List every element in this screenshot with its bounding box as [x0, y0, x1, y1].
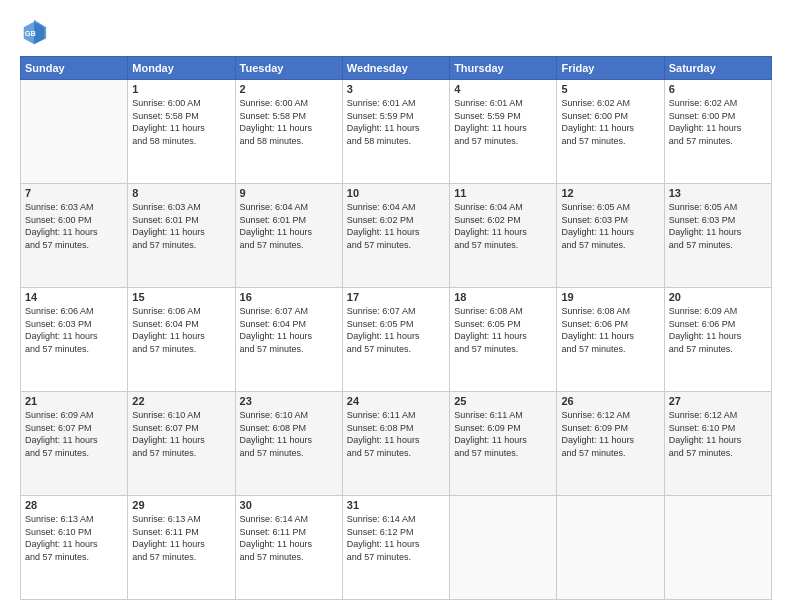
- weekday-header: Thursday: [450, 57, 557, 80]
- day-info: Sunrise: 6:13 AMSunset: 6:10 PMDaylight:…: [25, 513, 123, 563]
- calendar-cell: 14Sunrise: 6:06 AMSunset: 6:03 PMDayligh…: [21, 288, 128, 392]
- header: GB: [20, 18, 772, 46]
- logo-icon: GB: [20, 18, 48, 46]
- day-info: Sunrise: 6:01 AMSunset: 5:59 PMDaylight:…: [347, 97, 445, 147]
- calendar-table: SundayMondayTuesdayWednesdayThursdayFrid…: [20, 56, 772, 600]
- weekday-header: Wednesday: [342, 57, 449, 80]
- day-number: 4: [454, 83, 552, 95]
- calendar-cell: 18Sunrise: 6:08 AMSunset: 6:05 PMDayligh…: [450, 288, 557, 392]
- day-info: Sunrise: 6:13 AMSunset: 6:11 PMDaylight:…: [132, 513, 230, 563]
- calendar-cell: 10Sunrise: 6:04 AMSunset: 6:02 PMDayligh…: [342, 184, 449, 288]
- calendar-cell: [557, 496, 664, 600]
- calendar-cell: 12Sunrise: 6:05 AMSunset: 6:03 PMDayligh…: [557, 184, 664, 288]
- day-number: 19: [561, 291, 659, 303]
- calendar-cell: 25Sunrise: 6:11 AMSunset: 6:09 PMDayligh…: [450, 392, 557, 496]
- page: GB SundayMondayTuesdayWednesdayThursdayF…: [0, 0, 792, 612]
- calendar-cell: 16Sunrise: 6:07 AMSunset: 6:04 PMDayligh…: [235, 288, 342, 392]
- day-info: Sunrise: 6:06 AMSunset: 6:03 PMDaylight:…: [25, 305, 123, 355]
- day-info: Sunrise: 6:01 AMSunset: 5:59 PMDaylight:…: [454, 97, 552, 147]
- calendar-cell: 11Sunrise: 6:04 AMSunset: 6:02 PMDayligh…: [450, 184, 557, 288]
- day-info: Sunrise: 6:12 AMSunset: 6:10 PMDaylight:…: [669, 409, 767, 459]
- calendar-cell: 26Sunrise: 6:12 AMSunset: 6:09 PMDayligh…: [557, 392, 664, 496]
- calendar-cell: 7Sunrise: 6:03 AMSunset: 6:00 PMDaylight…: [21, 184, 128, 288]
- day-number: 1: [132, 83, 230, 95]
- day-info: Sunrise: 6:00 AMSunset: 5:58 PMDaylight:…: [240, 97, 338, 147]
- day-number: 6: [669, 83, 767, 95]
- day-info: Sunrise: 6:06 AMSunset: 6:04 PMDaylight:…: [132, 305, 230, 355]
- day-number: 14: [25, 291, 123, 303]
- day-number: 11: [454, 187, 552, 199]
- day-info: Sunrise: 6:11 AMSunset: 6:08 PMDaylight:…: [347, 409, 445, 459]
- day-info: Sunrise: 6:07 AMSunset: 6:04 PMDaylight:…: [240, 305, 338, 355]
- day-info: Sunrise: 6:11 AMSunset: 6:09 PMDaylight:…: [454, 409, 552, 459]
- day-number: 31: [347, 499, 445, 511]
- day-number: 9: [240, 187, 338, 199]
- day-info: Sunrise: 6:09 AMSunset: 6:07 PMDaylight:…: [25, 409, 123, 459]
- day-info: Sunrise: 6:00 AMSunset: 5:58 PMDaylight:…: [132, 97, 230, 147]
- day-number: 28: [25, 499, 123, 511]
- day-number: 25: [454, 395, 552, 407]
- day-info: Sunrise: 6:05 AMSunset: 6:03 PMDaylight:…: [561, 201, 659, 251]
- logo: GB: [20, 18, 52, 46]
- day-number: 22: [132, 395, 230, 407]
- weekday-header: Tuesday: [235, 57, 342, 80]
- calendar-cell: [664, 496, 771, 600]
- calendar-cell: 31Sunrise: 6:14 AMSunset: 6:12 PMDayligh…: [342, 496, 449, 600]
- day-info: Sunrise: 6:02 AMSunset: 6:00 PMDaylight:…: [669, 97, 767, 147]
- weekday-header: Sunday: [21, 57, 128, 80]
- day-number: 15: [132, 291, 230, 303]
- calendar-cell: [450, 496, 557, 600]
- day-number: 13: [669, 187, 767, 199]
- calendar-cell: 27Sunrise: 6:12 AMSunset: 6:10 PMDayligh…: [664, 392, 771, 496]
- day-info: Sunrise: 6:02 AMSunset: 6:00 PMDaylight:…: [561, 97, 659, 147]
- calendar-cell: 3Sunrise: 6:01 AMSunset: 5:59 PMDaylight…: [342, 80, 449, 184]
- calendar-cell: 23Sunrise: 6:10 AMSunset: 6:08 PMDayligh…: [235, 392, 342, 496]
- calendar-cell: 19Sunrise: 6:08 AMSunset: 6:06 PMDayligh…: [557, 288, 664, 392]
- day-number: 30: [240, 499, 338, 511]
- day-info: Sunrise: 6:04 AMSunset: 6:01 PMDaylight:…: [240, 201, 338, 251]
- day-info: Sunrise: 6:14 AMSunset: 6:11 PMDaylight:…: [240, 513, 338, 563]
- day-number: 16: [240, 291, 338, 303]
- day-info: Sunrise: 6:12 AMSunset: 6:09 PMDaylight:…: [561, 409, 659, 459]
- day-info: Sunrise: 6:10 AMSunset: 6:07 PMDaylight:…: [132, 409, 230, 459]
- weekday-header: Saturday: [664, 57, 771, 80]
- day-number: 23: [240, 395, 338, 407]
- weekday-header: Monday: [128, 57, 235, 80]
- calendar-cell: [21, 80, 128, 184]
- calendar-cell: 22Sunrise: 6:10 AMSunset: 6:07 PMDayligh…: [128, 392, 235, 496]
- day-number: 10: [347, 187, 445, 199]
- calendar-cell: 29Sunrise: 6:13 AMSunset: 6:11 PMDayligh…: [128, 496, 235, 600]
- calendar-cell: 9Sunrise: 6:04 AMSunset: 6:01 PMDaylight…: [235, 184, 342, 288]
- day-number: 27: [669, 395, 767, 407]
- day-number: 20: [669, 291, 767, 303]
- day-number: 29: [132, 499, 230, 511]
- day-info: Sunrise: 6:09 AMSunset: 6:06 PMDaylight:…: [669, 305, 767, 355]
- calendar-cell: 1Sunrise: 6:00 AMSunset: 5:58 PMDaylight…: [128, 80, 235, 184]
- day-info: Sunrise: 6:08 AMSunset: 6:06 PMDaylight:…: [561, 305, 659, 355]
- day-number: 21: [25, 395, 123, 407]
- day-info: Sunrise: 6:08 AMSunset: 6:05 PMDaylight:…: [454, 305, 552, 355]
- calendar-cell: 30Sunrise: 6:14 AMSunset: 6:11 PMDayligh…: [235, 496, 342, 600]
- svg-text:GB: GB: [25, 29, 37, 38]
- calendar-cell: 24Sunrise: 6:11 AMSunset: 6:08 PMDayligh…: [342, 392, 449, 496]
- day-info: Sunrise: 6:10 AMSunset: 6:08 PMDaylight:…: [240, 409, 338, 459]
- calendar-cell: 21Sunrise: 6:09 AMSunset: 6:07 PMDayligh…: [21, 392, 128, 496]
- day-info: Sunrise: 6:03 AMSunset: 6:00 PMDaylight:…: [25, 201, 123, 251]
- day-info: Sunrise: 6:05 AMSunset: 6:03 PMDaylight:…: [669, 201, 767, 251]
- calendar-cell: 20Sunrise: 6:09 AMSunset: 6:06 PMDayligh…: [664, 288, 771, 392]
- day-number: 8: [132, 187, 230, 199]
- day-number: 5: [561, 83, 659, 95]
- day-number: 3: [347, 83, 445, 95]
- calendar-cell: 15Sunrise: 6:06 AMSunset: 6:04 PMDayligh…: [128, 288, 235, 392]
- calendar-cell: 4Sunrise: 6:01 AMSunset: 5:59 PMDaylight…: [450, 80, 557, 184]
- day-number: 24: [347, 395, 445, 407]
- day-number: 7: [25, 187, 123, 199]
- calendar-cell: 13Sunrise: 6:05 AMSunset: 6:03 PMDayligh…: [664, 184, 771, 288]
- day-info: Sunrise: 6:07 AMSunset: 6:05 PMDaylight:…: [347, 305, 445, 355]
- day-number: 18: [454, 291, 552, 303]
- calendar-cell: 6Sunrise: 6:02 AMSunset: 6:00 PMDaylight…: [664, 80, 771, 184]
- weekday-header: Friday: [557, 57, 664, 80]
- day-number: 26: [561, 395, 659, 407]
- calendar-cell: 28Sunrise: 6:13 AMSunset: 6:10 PMDayligh…: [21, 496, 128, 600]
- day-info: Sunrise: 6:04 AMSunset: 6:02 PMDaylight:…: [454, 201, 552, 251]
